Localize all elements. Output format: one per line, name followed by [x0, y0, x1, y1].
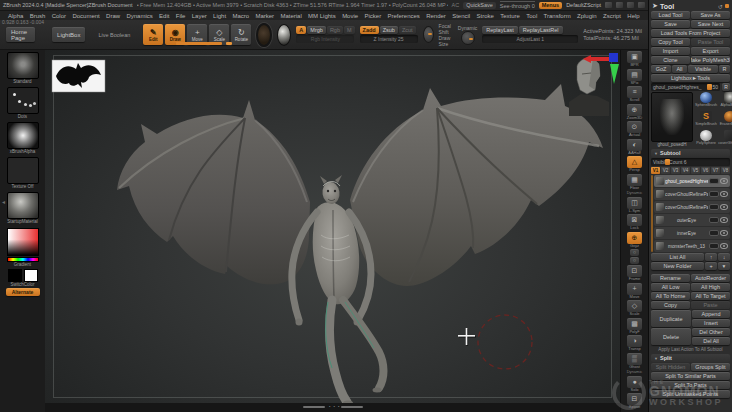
- menu-item[interactable]: Zplugin: [577, 13, 597, 19]
- left-shelf-item[interactable]: Texture Off: [5, 157, 41, 190]
- draw-size-nub[interactable]: [226, 42, 232, 45]
- subtool-row[interactable]: coverGhoulRefinePasses_1: [654, 188, 730, 200]
- eye-icon[interactable]: [720, 230, 728, 236]
- z-intensity-slider[interactable]: Z Intensity 25: [360, 35, 418, 43]
- apply-last-action-button[interactable]: Apply Last Action To All Subtool: [651, 346, 730, 353]
- right-shelf-button[interactable]: ◑ Transp: [627, 335, 642, 352]
- paint-toggle[interactable]: [709, 204, 719, 210]
- mode-button[interactable]: ✎ Edit: [143, 24, 163, 45]
- eye-icon[interactable]: [720, 191, 728, 197]
- tool-button[interactable]: R: [719, 65, 730, 73]
- move-up-icon[interactable]: ↑: [705, 253, 717, 261]
- menu-item[interactable]: Picker: [364, 13, 381, 19]
- subtool-action-button[interactable]: All To Home: [651, 292, 690, 300]
- subtool-row[interactable]: coverGhoulRefinePasses_0: [654, 201, 730, 213]
- refresh-icon[interactable]: ↺: [718, 3, 723, 10]
- tool-button[interactable]: Import: [651, 47, 690, 55]
- rgb-intensity-slider[interactable]: Rgb Intensity: [296, 35, 354, 43]
- collapse-arrow-icon[interactable]: ◂: [2, 198, 5, 205]
- paint-toggle[interactable]: [709, 178, 719, 184]
- menu-item[interactable]: Texture: [500, 13, 520, 19]
- gradient-label[interactable]: Gradient: [7, 262, 39, 267]
- menu-item[interactable]: Draw: [106, 13, 120, 19]
- menu-item[interactable]: Tool: [526, 13, 537, 19]
- lightbox-tools-button[interactable]: Lightbox►Tools: [651, 74, 730, 82]
- right-shelf-button[interactable]: ◫ L.Sym: [627, 197, 642, 214]
- visible-count-slider[interactable]: Visible Count 6: [651, 158, 730, 166]
- eye-icon[interactable]: [720, 178, 728, 184]
- right-shelf-button[interactable]: ▤ SPix: [627, 69, 642, 86]
- right-shelf-button[interactable]: ▦ Floor: [627, 174, 642, 191]
- subtool-action-button[interactable]: Rename: [651, 274, 690, 282]
- secondary-color-swatch[interactable]: [24, 269, 38, 282]
- subtool-row[interactable]: innerEye: [654, 227, 730, 239]
- quicksave-button[interactable]: QuickSave: [463, 2, 496, 9]
- left-shelf-item[interactable]: StartupMaterial: [5, 192, 41, 225]
- subtool-action-button[interactable]: Copy: [651, 301, 690, 309]
- subtool-row[interactable]: outerEye: [654, 214, 730, 226]
- eye-icon[interactable]: [720, 243, 728, 249]
- saturation-square[interactable]: [7, 228, 39, 256]
- menu-item[interactable]: Material: [280, 13, 301, 19]
- subtool-row[interactable]: ghoul_posedHighres: [654, 175, 730, 187]
- draw-size-bar[interactable]: [176, 42, 222, 45]
- menu-item[interactable]: Color: [52, 13, 66, 19]
- menu-item[interactable]: MM Lights: [308, 13, 336, 19]
- main-color-swatch[interactable]: [8, 269, 22, 282]
- right-shelf-button[interactable]: ○: [630, 249, 639, 256]
- tool-r-button[interactable]: R: [722, 83, 730, 91]
- paint-toggle[interactable]: [709, 243, 719, 249]
- list-all-button[interactable]: List All: [651, 253, 704, 261]
- tool-button[interactable]: Save Next: [691, 20, 730, 28]
- split-button[interactable]: Split Unmasked Points: [651, 390, 730, 398]
- visibility-tab[interactable]: V6: [701, 167, 710, 174]
- menu-item[interactable]: Alpha: [8, 13, 23, 19]
- tool-button[interactable]: Export: [691, 47, 730, 55]
- visibility-tab[interactable]: V3: [671, 167, 680, 174]
- tool-button[interactable]: GoZ: [651, 65, 671, 73]
- quick-tool[interactable]: EraserBrush: [718, 111, 732, 129]
- right-shelf-button[interactable]: Dynamic: [627, 191, 643, 196]
- right-shelf-button[interactable]: + Move: [627, 283, 642, 300]
- paint-mode-button[interactable]: Mrgb: [307, 26, 326, 34]
- paint-mode-button[interactable]: A: [296, 26, 306, 34]
- tool-button[interactable]: Load Tools From Project: [651, 29, 730, 37]
- split-button[interactable]: Split Hidden: [651, 363, 690, 371]
- adjust-last-slider[interactable]: AdjustLast 1: [482, 35, 578, 43]
- folder-options-icon[interactable]: ▾: [718, 262, 730, 270]
- adjust-knob[interactable]: [461, 31, 475, 45]
- sculpt-mode-button[interactable]: Zsub: [380, 26, 398, 34]
- menu-item[interactable]: Layer: [192, 13, 207, 19]
- split-button[interactable]: Split To Parts: [651, 381, 730, 389]
- focal-shift-slider[interactable]: Focal Shift: [439, 23, 453, 35]
- insert-button[interactable]: Insert: [692, 319, 730, 327]
- sculpt-mode-button[interactable]: Zadd: [360, 26, 379, 34]
- right-shelf-button[interactable]: ◇ Scale: [627, 300, 642, 317]
- grab-doc-icon[interactable]: [627, 2, 634, 8]
- left-shelf-item[interactable]: xBrushAlpha: [5, 122, 41, 155]
- eye-icon[interactable]: [720, 217, 728, 223]
- visibility-tab[interactable]: V4: [681, 167, 690, 174]
- right-shelf-button[interactable]: ⊕ Gxyz: [627, 232, 642, 249]
- current-material-icon[interactable]: [277, 24, 291, 46]
- tool-button[interactable]: Load Tool: [651, 11, 690, 19]
- quick-tool[interactable]: PolySphere: [695, 130, 717, 148]
- right-shelf-button[interactable]: ⊡ Frame: [627, 265, 642, 282]
- visibility-tab[interactable]: V1: [651, 167, 660, 174]
- panel-dot-icon[interactable]: [725, 4, 729, 8]
- right-shelf-button[interactable]: ⊠ Lock: [627, 214, 642, 231]
- del-other-button[interactable]: Del Other: [692, 328, 730, 336]
- menu-item[interactable]: Brush: [30, 13, 46, 19]
- folder-add-icon[interactable]: +: [705, 262, 717, 270]
- menu-item[interactable]: Edit: [159, 13, 169, 19]
- focal-draw-knob[interactable]: [423, 26, 434, 43]
- thumbnail[interactable]: [7, 87, 39, 114]
- current-brush-icon[interactable]: [256, 23, 272, 47]
- sculpt-mode-button[interactable]: Zcut: [399, 26, 416, 34]
- menu-item[interactable]: File: [176, 13, 186, 19]
- dynamic-label[interactable]: Dynamic: [458, 25, 477, 31]
- grab-icon[interactable]: [638, 2, 645, 8]
- subtool-section-header[interactable]: ▼ Subtool: [651, 149, 730, 157]
- mode-button[interactable]: ↻ Rotate: [231, 24, 251, 45]
- left-shelf-item[interactable]: Dots: [5, 87, 41, 120]
